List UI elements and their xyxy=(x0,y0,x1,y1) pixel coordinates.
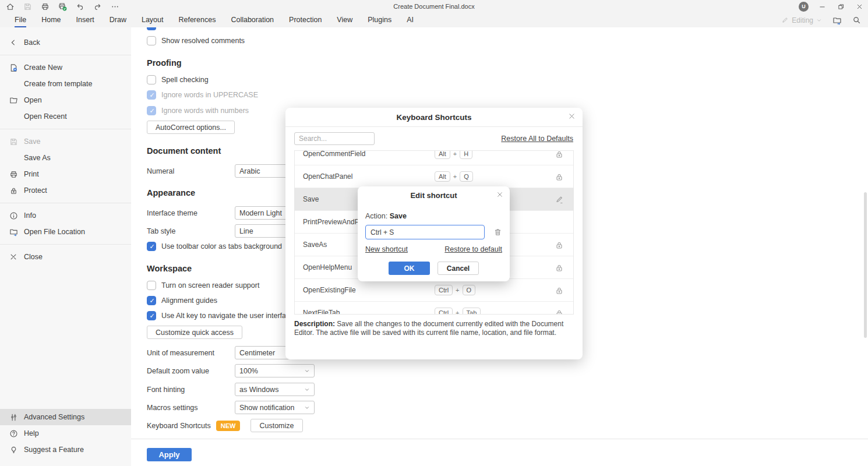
checkbox-label: Ignore words with numbers xyxy=(161,107,249,115)
sidebar-item-label: Help xyxy=(24,429,39,437)
tab-insert[interactable]: Insert xyxy=(69,13,102,27)
tab-plugins[interactable]: Plugins xyxy=(360,13,399,27)
edit-dialog-title: Edit shortcut xyxy=(410,191,457,200)
sidebar-item-info[interactable]: Info xyxy=(0,207,131,224)
ignore-numbers-row: Ignore words with numbers xyxy=(147,106,249,115)
sidebar-divider xyxy=(0,203,131,203)
shortcut-input[interactable] xyxy=(365,225,485,239)
close-window-icon[interactable] xyxy=(854,1,865,12)
customize-quick-access-button[interactable]: Customize quick access xyxy=(147,326,242,339)
shortcut-row-open-existing-file[interactable]: OpenExistingFile Ctrl + O xyxy=(295,279,573,302)
key-separator: + xyxy=(456,309,459,315)
alt-key-checkbox[interactable] xyxy=(147,311,156,320)
new-badge: NEW xyxy=(216,421,241,431)
restore-to-default-link[interactable]: Restore to default xyxy=(444,245,502,253)
sidebar-item-suggest-feature[interactable]: Suggest a Feature xyxy=(0,442,131,458)
search-icon[interactable] xyxy=(852,16,861,24)
screen-reader-checkbox[interactable] xyxy=(147,281,156,290)
sidebar-item-label: Info xyxy=(24,211,36,220)
avatar[interactable]: U xyxy=(799,2,809,12)
sidebar-item-save-as[interactable]: Save As xyxy=(0,150,131,166)
tab-view[interactable]: View xyxy=(329,13,360,27)
question-icon xyxy=(9,429,18,438)
print-icon[interactable] xyxy=(40,1,50,12)
sidebar-item-protect[interactable]: Protect xyxy=(0,182,131,199)
tab-collaboration[interactable]: Collaboration xyxy=(223,13,281,27)
show-resolved-comments-checkbox[interactable] xyxy=(147,36,156,45)
lock-icon xyxy=(9,186,18,195)
new-shortcut-link[interactable]: New shortcut xyxy=(365,245,408,253)
sidebar-item-save[interactable]: Save xyxy=(0,133,131,150)
tab-protection[interactable]: Protection xyxy=(281,13,329,27)
sidebar-item-create-new[interactable]: Create New xyxy=(0,59,131,76)
scrollbar-thumb[interactable] xyxy=(864,192,867,338)
folder-open-icon xyxy=(9,96,18,105)
keycap: Tab xyxy=(463,308,481,315)
key-separator: + xyxy=(453,150,457,157)
more-options-icon[interactable] xyxy=(110,1,120,12)
sidebar-item-back[interactable]: Back xyxy=(0,34,131,51)
macros-select[interactable]: Show notification xyxy=(235,401,315,414)
chevron-down-icon xyxy=(304,387,310,393)
home-icon[interactable] xyxy=(5,1,15,12)
restore-all-defaults-link[interactable]: Restore All to Defaults xyxy=(501,135,573,143)
keycap: Q xyxy=(460,171,473,182)
tab-home[interactable]: Home xyxy=(34,13,68,27)
sidebar-item-close[interactable]: Close xyxy=(0,249,131,265)
checkbox-label: Alignment guides xyxy=(161,296,217,305)
ok-button[interactable]: OK xyxy=(389,262,430,275)
font-hinting-select[interactable]: as Windows xyxy=(235,383,315,396)
minimize-icon[interactable] xyxy=(817,1,827,12)
sidebar-item-help[interactable]: Help xyxy=(0,425,131,442)
font-hinting-label: Font hinting xyxy=(147,386,235,394)
restore-window-icon[interactable] xyxy=(835,1,846,12)
spell-checking-checkbox[interactable] xyxy=(147,75,156,84)
trash-icon[interactable] xyxy=(493,228,502,236)
sidebar-item-print[interactable]: Print xyxy=(0,166,131,182)
tab-layout[interactable]: Layout xyxy=(134,13,171,27)
sidebar-item-open-recent[interactable]: Open Recent xyxy=(0,108,131,125)
font-hinting-row: Font hinting as Windows xyxy=(147,383,315,396)
ignore-numbers-checkbox[interactable] xyxy=(147,106,156,115)
close-icon[interactable] xyxy=(568,112,576,120)
shortcut-row-open-chat-panel[interactable]: OpenChatPanel Alt + Q xyxy=(295,165,573,188)
tab-draw[interactable]: Draw xyxy=(102,13,134,27)
cancel-button[interactable]: Cancel xyxy=(437,262,479,275)
toolbar-color-row: Use toolbar color as tabs background xyxy=(147,242,282,251)
print-icon xyxy=(9,170,18,179)
workspace-heading: Workspace xyxy=(147,264,192,273)
autocorrect-options-button[interactable]: AutoCorrect options... xyxy=(147,121,235,134)
undo-icon[interactable] xyxy=(75,1,85,12)
sidebar-item-create-from-template[interactable]: Create from template xyxy=(0,76,131,92)
quick-print-icon[interactable] xyxy=(57,1,68,12)
customize-shortcuts-button[interactable]: Customize xyxy=(250,419,302,432)
tab-ai[interactable]: AI xyxy=(399,13,421,27)
zoom-select[interactable]: 100% xyxy=(235,364,315,377)
show-resolved-comments-row: Show resolved comments xyxy=(147,36,245,45)
close-icon[interactable] xyxy=(496,191,503,198)
keyboard-shortcuts-row: Keyboard Shortcuts NEW Customize xyxy=(147,419,303,432)
shortcut-row-open-comment-field[interactable]: OpenCommentField Alt + H xyxy=(295,150,573,165)
apply-button[interactable]: Apply xyxy=(147,448,192,461)
tab-references[interactable]: References xyxy=(171,13,223,27)
page-scrollbar[interactable] xyxy=(864,178,867,393)
tab-file[interactable]: File xyxy=(7,13,34,27)
alignment-guides-checkbox[interactable] xyxy=(147,296,156,305)
sidebar-item-open-file-location[interactable]: Open File Location xyxy=(0,224,131,240)
description-text: Save all the changes to the document cur… xyxy=(294,320,563,337)
editing-mode-selector[interactable]: Editing xyxy=(781,16,822,24)
open-file-location-icon[interactable] xyxy=(832,16,842,25)
shortcut-search-input[interactable] xyxy=(294,132,375,145)
modal-header: Keyboard Shortcuts xyxy=(285,108,583,127)
toolbar-color-checkbox[interactable] xyxy=(147,242,156,251)
redo-icon[interactable] xyxy=(92,1,103,12)
lock-icon xyxy=(555,256,564,279)
edit-pencil-icon[interactable] xyxy=(555,188,564,211)
shortcut-row-next-file-tab[interactable]: NextFileTab Ctrl + Tab xyxy=(295,302,573,315)
ignore-uppercase-checkbox[interactable] xyxy=(147,90,156,100)
appearance-heading: Appearance xyxy=(147,188,195,197)
chevron-down-icon xyxy=(304,368,310,374)
sidebar-item-open[interactable]: Open xyxy=(0,92,131,108)
save-icon[interactable] xyxy=(22,1,33,12)
sidebar-item-advanced-settings[interactable]: Advanced Settings xyxy=(0,409,131,425)
